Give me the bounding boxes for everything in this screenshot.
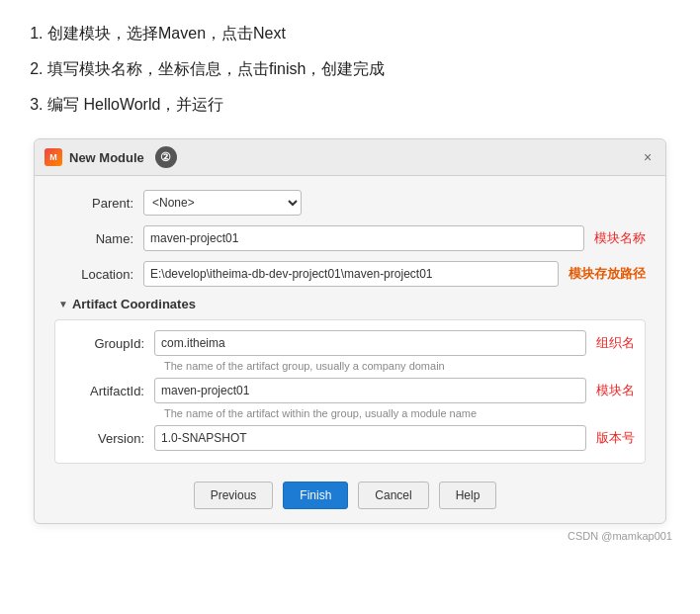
artifact-section-header: ▼ Artifact Coordinates	[54, 297, 646, 311]
artifact-coordinates-section: GroupId: 组织名 The name of the artifact gr…	[54, 319, 646, 464]
location-input[interactable]	[143, 261, 559, 287]
artifactid-annotation: 模块名	[596, 382, 635, 399]
artifactid-hint: The name of the artifact within the grou…	[65, 407, 635, 419]
parent-label: Parent:	[54, 196, 143, 211]
version-label: Version:	[65, 431, 154, 446]
dialog-footer: Previous Finish Cancel Help	[35, 468, 665, 509]
dialog-title-left: M New Module ②	[44, 146, 177, 168]
version-row: Version: 版本号	[65, 425, 635, 451]
name-row: Name: 模块名称	[54, 225, 646, 251]
cancel-button[interactable]: Cancel	[358, 482, 428, 509]
version-annotation: 版本号	[596, 429, 635, 447]
location-annotation: 模块存放路径	[569, 265, 646, 283]
groupid-row: GroupId: 组织名	[65, 330, 635, 356]
previous-button[interactable]: Previous	[194, 482, 274, 509]
maven-icon: M	[44, 148, 62, 166]
close-button[interactable]: ×	[640, 149, 656, 165]
dialog-title: New Module	[69, 150, 144, 165]
parent-row: Parent: <None>	[54, 190, 646, 216]
finish-button[interactable]: Finish	[283, 482, 348, 509]
groupid-annotation: 组织名	[596, 334, 635, 352]
location-label: Location:	[54, 267, 143, 282]
step-badge: ②	[155, 146, 177, 168]
name-label: Name:	[54, 231, 143, 246]
parent-select[interactable]: <None>	[143, 190, 302, 216]
help-button[interactable]: Help	[439, 482, 497, 509]
groupid-label: GroupId:	[65, 336, 154, 351]
dialog-body: Parent: <None> Name: 模块名称 Location: 模块存放…	[35, 176, 665, 464]
artifactid-row: ArtifactId: 模块名	[65, 378, 635, 403]
groupid-input[interactable]	[154, 330, 586, 356]
name-annotation: 模块名称	[594, 229, 646, 247]
dialog-titlebar: M New Module ② ×	[35, 139, 665, 176]
instruction-item-3: 编写 HelloWorld，并运行	[47, 89, 676, 121]
artifact-section-label: Artifact Coordinates	[72, 297, 196, 311]
collapse-icon: ▼	[58, 299, 68, 309]
instruction-item-2: 填写模块名称，坐标信息，点击finish，创建完成	[47, 53, 676, 85]
artifactid-input[interactable]	[154, 378, 586, 403]
new-module-dialog: M New Module ② × Parent: <None> Name: 模块…	[34, 138, 666, 524]
watermark: CSDN @mamkap001	[24, 530, 676, 542]
artifactid-label: ArtifactId:	[65, 384, 154, 398]
location-row: Location: 模块存放路径	[54, 261, 646, 287]
instruction-item-1: 创建模块，选择Maven，点击Next	[47, 18, 676, 49]
version-input[interactable]	[154, 425, 586, 451]
instructions-section: 创建模块，选择Maven，点击Next 填写模块名称，坐标信息，点击finish…	[24, 18, 676, 121]
groupid-hint: The name of the artifact group, usually …	[65, 360, 635, 372]
name-input[interactable]	[143, 225, 584, 251]
